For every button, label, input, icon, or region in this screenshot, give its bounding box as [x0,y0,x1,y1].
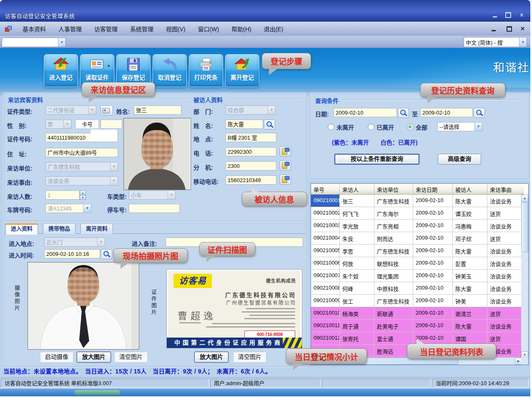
time-picker-icon[interactable] [101,249,112,259]
requery-button[interactable]: 按以上条件重新查询 [334,154,419,165]
clear-card-button[interactable]: 清空图片 [233,352,266,363]
toolbar-button-6[interactable]: 离开登记 [225,54,259,87]
table-cell[interactable]: 2009-02-10 [413,257,453,269]
table-cell[interactable]: 理光集团 [374,270,413,282]
vscroll-thumb[interactable] [521,202,528,252]
visitor-name-field[interactable]: 张三 [134,105,181,115]
menu-item-1[interactable]: 基本资料 [23,25,46,33]
table-cell[interactable]: 090210005 [311,245,340,257]
table-cell[interactable]: 陈大雷 [453,245,487,257]
date-from-field[interactable]: 2009-02-10 [334,108,397,117]
table-cell[interactable]: 洽谈业务 [487,195,522,207]
column-header-4[interactable]: 来访日期 [413,184,453,195]
restore-icon[interactable] [504,12,513,18]
radio-all[interactable]: 全部 [407,124,427,130]
entry-place-select[interactable]: 正大门▼ [44,238,105,247]
menu-item-7[interactable]: 帮助(H) [231,25,251,33]
calendar-picker-icon[interactable] [474,108,485,118]
mobile-field[interactable]: 15602210349 [226,175,276,185]
vertical-scrollbar[interactable]: ▲ ▼ [521,195,528,358]
card-no-button[interactable]: 卡号 [75,120,99,129]
table-cell[interactable]: 广东德生科技 [374,295,413,307]
advanced-query-button[interactable]: 高级查询 [438,154,481,165]
table-cell[interactable]: 彭置 [453,257,487,269]
table-cell[interactable]: 何峰 [340,282,374,294]
menu-item-2[interactable]: 人事管理 [58,25,82,33]
table-cell[interactable]: 张工 [340,295,374,307]
table-cell[interactable]: 洽谈业务 [487,320,522,332]
mdi-minimize-icon[interactable] [489,25,498,32]
table-cell[interactable]: 广东海尔 [374,207,413,219]
chevron-down-icon[interactable]: ▼ [58,38,65,47]
enlarge-photo-button[interactable]: 放大图片 [77,352,111,363]
close-icon[interactable]: × [517,12,526,18]
table-cell[interactable]: 周于通 [340,320,374,332]
vehicle-type-select[interactable]: 小车▼ [129,190,176,200]
table-cell[interactable]: 何放 [340,257,374,269]
table-row-9[interactable]: 090210009张工广东德生科技2009-02-10钟美洽谈业务 [311,295,522,307]
table-row-11[interactable]: 090210011周于通赴美电子2009-02-10陈大雷洽谈业务 [311,320,522,332]
table-row-1[interactable]: 090210001张三广东德生科技2009-02-10陈大雷洽谈业务 [311,195,522,207]
table-cell[interactable]: 090210010 [311,307,340,319]
start-camera-button[interactable]: 启动摄像 [40,352,73,363]
count-stepper[interactable]: ▲▼ [80,190,86,200]
table-cell[interactable]: 2009-02-10 [413,207,453,219]
table-cell[interactable]: 张三 [340,195,374,207]
table-row-4[interactable]: 090210004朱良附而达2009-02-10邓子欣送货 [311,232,522,245]
card-no-field[interactable] [100,120,122,129]
table-cell[interactable]: 洽谈业务 [487,282,522,294]
interviewee-name-field[interactable]: 陈大雷 [226,120,263,129]
table-row-3[interactable]: 090210003李光放广东亮相2009-02-10冯惠梅洽谈业务 [311,220,522,232]
table-cell[interactable]: 090210009 [311,295,340,307]
radio-not-left[interactable]: 未离开 [328,124,354,130]
table-cell[interactable]: 2009-02-10 [413,270,453,282]
table-cell[interactable]: 2009-02-10 [413,320,453,332]
enlarge-card-button[interactable]: 放大图片 [194,352,228,363]
filter-select[interactable]: --请选择▼ [437,122,482,131]
table-row-10[interactable]: 090210010杨海类新联通2009-02-10谢清兰送货 [311,307,522,320]
gender-select[interactable]: 男▼ [45,120,71,129]
minimize-icon[interactable] [490,12,499,18]
cert-type-select[interactable]: 二代身份证▼ [45,105,96,115]
table-cell[interactable]: 2009-02-10 [413,295,453,307]
table-cell[interactable]: 2009-02-10 [413,282,453,294]
table-cell[interactable]: 洽谈业务 [487,270,522,282]
toolbar-button-1[interactable]: 进入登记 [44,54,78,87]
table-cell[interactable]: 2009-02-10 [413,307,453,319]
table-cell[interactable]: 洽谈业务 [487,220,522,232]
language-selector[interactable]: 中文 (简体) - 搜 ▼ [464,37,527,47]
column-header-3[interactable]: 来访单位 [374,184,413,195]
location-field[interactable]: B幢 2301 室 [226,133,276,142]
dept-select[interactable]: 综合部▼ [226,105,276,115]
table-row-2[interactable]: 090210002何飞飞广东海尔2009-02-10谭玉姣送货 [311,207,522,220]
dropdown-arrow-icon[interactable]: ▼ [107,64,110,68]
table-cell[interactable]: 090210012 [311,332,340,344]
chevron-down-icon[interactable]: ▼ [519,38,527,47]
quick-combo[interactable]: ▼ [2,38,66,47]
table-cell[interactable]: 赴美电子 [374,320,413,332]
table-cell[interactable]: 谭国 [453,332,487,344]
table-cell[interactable]: 090210008 [311,282,340,294]
toolbar-button-5[interactable]: 打印凭条 [189,54,223,87]
magnifier-icon[interactable] [264,120,275,130]
table-cell[interactable]: 广东亮相 [374,220,413,232]
phone-message-icon[interactable] [280,146,291,156]
table-cell[interactable]: 朱良 [340,232,374,244]
mdi-restore-icon[interactable] [505,25,514,32]
table-cell[interactable]: 090210004 [311,232,340,244]
menu-item-8[interactable]: 退出(E) [264,25,284,33]
table-cell[interactable]: 杨海类 [340,307,374,319]
toolbar-button-4[interactable]: 取消登记 [153,54,187,87]
phone-field[interactable]: 22992300 [226,147,276,156]
table-cell[interactable]: 富士通 [374,332,413,344]
table-cell[interactable]: 李光放 [340,220,374,232]
date-to-field[interactable]: 2009-02-10 [420,108,473,117]
menu-item-4[interactable]: 系统管理 [130,25,153,33]
table-cell[interactable]: 联想科技 [374,257,413,269]
table-cell[interactable]: 090210001 [311,195,340,207]
table-cell[interactable]: 2009-02-10 [413,232,453,244]
table-cell[interactable]: 洽谈业务 [487,257,522,269]
tab-leave-info[interactable]: 离开资料 [80,223,113,234]
table-cell[interactable]: 090210002 [311,207,340,219]
table-cell[interactable]: 广东德生科技 [374,195,413,207]
